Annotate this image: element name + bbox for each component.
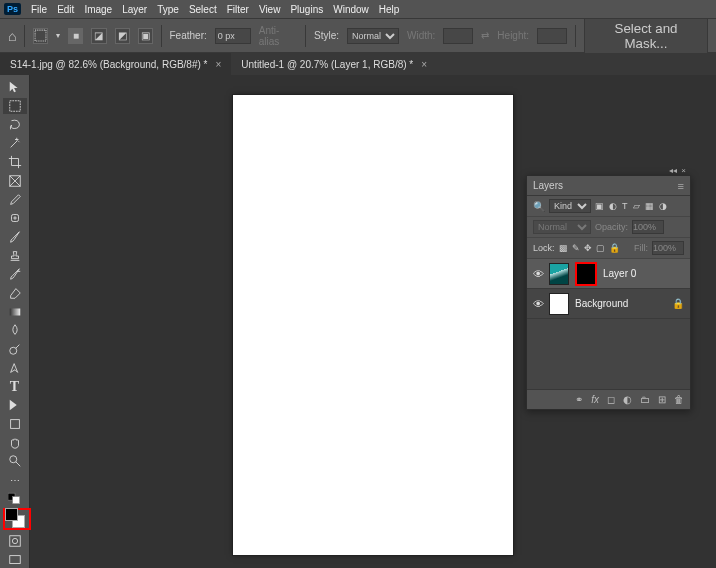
shape-tool[interactable] bbox=[3, 416, 27, 433]
history-brush-tool[interactable] bbox=[3, 266, 27, 283]
delete-icon[interactable]: 🗑 bbox=[674, 394, 684, 405]
lasso-tool[interactable] bbox=[3, 116, 27, 133]
crop-tool[interactable] bbox=[3, 154, 27, 171]
filter-toggle-icon[interactable]: ◑ bbox=[659, 201, 667, 211]
lock-trans-icon[interactable]: ▩ bbox=[559, 243, 568, 253]
layer-thumbnail[interactable] bbox=[549, 263, 569, 285]
pen-tool[interactable] bbox=[3, 360, 27, 377]
move-tool[interactable] bbox=[3, 79, 27, 96]
type-tool[interactable]: T bbox=[3, 378, 27, 395]
brush-tool[interactable] bbox=[3, 229, 27, 246]
hand-tool[interactable] bbox=[3, 434, 27, 451]
new-selection-icon[interactable]: ■ bbox=[68, 28, 83, 44]
more-tools[interactable]: ⋯ bbox=[3, 472, 27, 489]
feather-label: Feather: bbox=[170, 30, 207, 41]
style-select[interactable]: Normal bbox=[347, 28, 399, 44]
blur-tool[interactable] bbox=[3, 322, 27, 339]
svg-point-7 bbox=[9, 456, 16, 463]
layer-name[interactable]: Layer 0 bbox=[603, 268, 684, 279]
wand-tool[interactable] bbox=[3, 135, 27, 152]
close-icon[interactable]: × bbox=[215, 59, 221, 70]
svg-rect-0 bbox=[35, 30, 46, 41]
select-and-mask-button[interactable]: Select and Mask... bbox=[584, 18, 708, 54]
antialias-label: Anti-alias bbox=[259, 25, 297, 47]
menu-view[interactable]: View bbox=[259, 4, 281, 15]
fill-input bbox=[652, 241, 684, 255]
filter-shape-icon[interactable]: ▱ bbox=[633, 201, 640, 211]
menu-help[interactable]: Help bbox=[379, 4, 400, 15]
lock-paint-icon[interactable]: ✎ bbox=[572, 243, 580, 253]
lock-artboard-icon[interactable]: ▢ bbox=[596, 243, 605, 253]
filter-smart-icon[interactable]: ▦ bbox=[645, 201, 654, 211]
color-swatches[interactable] bbox=[3, 506, 27, 530]
menu-bar: Ps File Edit Image Layer Type Select Fil… bbox=[0, 0, 716, 18]
path-tool[interactable] bbox=[3, 397, 27, 414]
svg-rect-1 bbox=[9, 101, 20, 112]
chevron-down-icon[interactable]: ▾ bbox=[56, 31, 60, 40]
stamp-tool[interactable] bbox=[3, 247, 27, 264]
feather-input[interactable] bbox=[215, 28, 251, 44]
style-label: Style: bbox=[314, 30, 339, 41]
close-icon[interactable]: × bbox=[681, 166, 686, 175]
filter-kind-select[interactable]: Kind bbox=[549, 199, 591, 213]
lock-all-icon[interactable]: 🔒 bbox=[609, 243, 620, 253]
menu-type[interactable]: Type bbox=[157, 4, 179, 15]
heal-tool[interactable] bbox=[3, 210, 27, 227]
eyedropper-tool[interactable] bbox=[3, 191, 27, 208]
zoom-tool[interactable] bbox=[3, 453, 27, 470]
filter-pixel-icon[interactable]: ▣ bbox=[595, 201, 604, 211]
gradient-tool[interactable] bbox=[3, 303, 27, 320]
options-bar: ⌂ ▾ ■ ◪ ◩ ▣ Feather: Anti-alias Style: N… bbox=[0, 18, 716, 53]
marquee-preset-icon[interactable] bbox=[33, 28, 48, 44]
frame-tool[interactable] bbox=[3, 173, 27, 190]
visibility-icon[interactable]: 👁 bbox=[533, 298, 543, 310]
adjustment-icon[interactable]: ◐ bbox=[623, 394, 632, 405]
group-icon[interactable]: 🗀 bbox=[640, 394, 650, 405]
subtract-selection-icon[interactable]: ◩ bbox=[115, 28, 130, 44]
new-layer-icon[interactable]: ⊞ bbox=[658, 394, 666, 405]
close-icon[interactable]: × bbox=[421, 59, 427, 70]
layer-row[interactable]: 👁 Layer 0 bbox=[527, 259, 690, 289]
menu-layer[interactable]: Layer bbox=[122, 4, 147, 15]
menu-select[interactable]: Select bbox=[189, 4, 217, 15]
menu-edit[interactable]: Edit bbox=[57, 4, 74, 15]
lock-label: Lock: bbox=[533, 243, 555, 253]
add-selection-icon[interactable]: ◪ bbox=[91, 28, 106, 44]
layer-mask-thumbnail[interactable] bbox=[575, 262, 597, 286]
add-mask-icon[interactable]: ◻ bbox=[607, 394, 615, 405]
width-input bbox=[443, 28, 473, 44]
menu-window[interactable]: Window bbox=[333, 4, 369, 15]
link-layers-icon[interactable]: ⚭ bbox=[575, 394, 583, 405]
visibility-icon[interactable]: 👁 bbox=[533, 268, 543, 280]
lock-pos-icon[interactable]: ✥ bbox=[584, 243, 592, 253]
svg-rect-12 bbox=[9, 555, 20, 563]
marquee-tool[interactable] bbox=[3, 98, 27, 115]
fx-icon[interactable]: fx bbox=[591, 394, 599, 405]
app-logo: Ps bbox=[4, 3, 21, 15]
menu-filter[interactable]: Filter bbox=[227, 4, 249, 15]
menu-image[interactable]: Image bbox=[84, 4, 112, 15]
default-colors-icon[interactable] bbox=[3, 494, 27, 504]
panel-menu-icon[interactable]: ≡ bbox=[678, 180, 684, 192]
filter-type-icon[interactable]: T bbox=[622, 201, 628, 211]
blend-mode-select[interactable]: Normal bbox=[533, 220, 591, 234]
tab-document-1[interactable]: S14-1.jpg @ 82.6% (Background, RGB/8#) *… bbox=[0, 53, 231, 75]
layer-thumbnail[interactable] bbox=[549, 293, 569, 315]
tab-document-2[interactable]: Untitled-1 @ 20.7% (Layer 1, RGB/8) * × bbox=[231, 53, 437, 75]
filter-adjust-icon[interactable]: ◐ bbox=[609, 201, 617, 211]
document-canvas[interactable] bbox=[233, 95, 513, 555]
collapse-icon[interactable]: ◂◂ bbox=[669, 166, 677, 175]
eraser-tool[interactable] bbox=[3, 285, 27, 302]
home-icon[interactable]: ⌂ bbox=[8, 28, 16, 44]
lock-icon: 🔒 bbox=[672, 298, 684, 309]
quickmask-tool[interactable] bbox=[3, 532, 27, 549]
screen-mode-tool[interactable] bbox=[3, 551, 27, 568]
menu-plugins[interactable]: Plugins bbox=[290, 4, 323, 15]
svg-rect-4 bbox=[9, 308, 20, 315]
layer-name[interactable]: Background bbox=[575, 298, 666, 309]
dodge-tool[interactable] bbox=[3, 341, 27, 358]
intersect-selection-icon[interactable]: ▣ bbox=[138, 28, 153, 44]
foreground-color-swatch[interactable] bbox=[5, 508, 18, 521]
layer-row[interactable]: 👁 Background 🔒 bbox=[527, 289, 690, 319]
menu-file[interactable]: File bbox=[31, 4, 47, 15]
